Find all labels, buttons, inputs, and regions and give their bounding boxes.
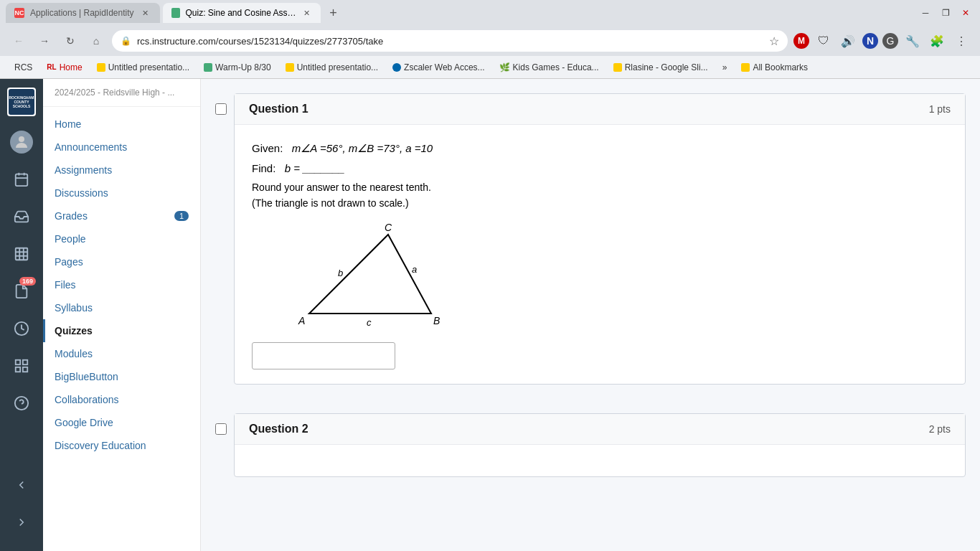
- reload-button[interactable]: ↻: [60, 31, 80, 51]
- rail-badge-item[interactable]: 169: [4, 274, 39, 309]
- browser-toolbar: M 🛡 🔊 N G 🔧 🧩 ⋮: [793, 31, 971, 51]
- bookmark-untitled1[interactable]: Untitled presentatio...: [91, 60, 195, 75]
- course-year-label: 2024/2025 - Reidsville High - ...: [55, 88, 174, 98]
- sidebar-label-bigbluebutton: BigBlueButton: [55, 371, 118, 382]
- tab2-close[interactable]: ✕: [302, 7, 312, 19]
- sidebar-label-modules: Modules: [55, 348, 93, 359]
- bookmark-all[interactable]: All Bookmarks: [735, 60, 814, 75]
- close-button[interactable]: ✕: [957, 4, 974, 22]
- rail-help[interactable]: [4, 386, 39, 420]
- school-logo[interactable]: ROCKINGHAM COUNTY SCHOOLS: [4, 85, 39, 119]
- course-header: 2024/2025 - Reidsville High - ...: [43, 79, 200, 107]
- q1-checkbox[interactable]: [215, 103, 227, 115]
- sidebar-item-syllabus[interactable]: Syllabus: [43, 296, 200, 319]
- sidebar-label-announcements: Announcements: [55, 141, 127, 153]
- sidebar-label-collaborations: Collaborations: [55, 394, 119, 405]
- sidebar-item-announcements[interactable]: Announcements: [43, 136, 200, 159]
- avatar-icon: [10, 131, 33, 154]
- rail-collapse[interactable]: [4, 468, 39, 502]
- sidebar-item-collaborations[interactable]: Collaborations: [43, 388, 200, 411]
- bookmark-rcs-label: RCS: [14, 62, 32, 72]
- bookmark-zscaler-label: Zscaler Web Acces...: [404, 62, 484, 72]
- tab-quiz[interactable]: Quiz: Sine and Cosine Assessm... ✕: [163, 3, 321, 23]
- tab2-label: Quiz: Sine and Cosine Assessm...: [186, 8, 296, 18]
- svg-rect-5: [16, 174, 28, 186]
- svg-point-4: [19, 136, 24, 142]
- sidebar-item-grades[interactable]: Grades 1: [43, 204, 200, 227]
- sidebar-label-home: Home: [55, 118, 81, 130]
- bookmark-zscaler[interactable]: Zscaler Web Acces...: [387, 60, 490, 75]
- sidebar-item-files[interactable]: Files: [43, 273, 200, 296]
- app-container: ROCKINGHAM COUNTY SCHOOLS: [0, 79, 980, 551]
- rail-grades[interactable]: [4, 237, 39, 271]
- bookmark-untitled1-label: Untitled presentatio...: [108, 62, 189, 72]
- bookmark-warmup[interactable]: Warm-Up 8/30: [198, 60, 277, 75]
- back-button[interactable]: ←: [9, 31, 29, 51]
- bookmark-rl-label: Home: [60, 62, 83, 72]
- maximize-button[interactable]: ❐: [937, 4, 954, 22]
- minimize-button[interactable]: ─: [917, 4, 934, 22]
- triangle-diagram: C A B b a c: [295, 220, 948, 331]
- bookmark-rlasine-label: Rlasine - Google Sli...: [625, 62, 708, 72]
- sidebar-item-assignments[interactable]: Assignments: [43, 159, 200, 182]
- bookmarks-more[interactable]: »: [717, 60, 733, 75]
- tab1-close[interactable]: ✕: [140, 7, 151, 19]
- bookmark-kidsgames[interactable]: 🌿 Kids Games - Educa...: [494, 60, 605, 75]
- q2-checkbox[interactable]: [215, 423, 227, 435]
- sidebar-item-discussions[interactable]: Discussions: [43, 182, 200, 204]
- bookmark-untitled2[interactable]: Untitled presentatio...: [280, 60, 384, 75]
- extensions-icon[interactable]: M: [793, 33, 809, 49]
- user-avatar-rail[interactable]: [4, 125, 39, 159]
- ninja-icon[interactable]: N: [862, 33, 878, 49]
- extension2-icon[interactable]: 🔧: [903, 31, 923, 51]
- rail-analytics[interactable]: [4, 349, 39, 383]
- rail-expand[interactable]: [4, 505, 39, 540]
- sidebar-label-syllabus: Syllabus: [55, 302, 93, 314]
- bookmark-star-icon[interactable]: ☆: [769, 34, 779, 48]
- q2-checkbox-wrap: [215, 413, 227, 438]
- rail-inbox[interactable]: [4, 199, 39, 234]
- side-b-label: b: [338, 268, 343, 278]
- q1-find-math: b = _______: [285, 162, 345, 174]
- shield-icon[interactable]: 🛡: [814, 31, 834, 51]
- bookmark-rl-home[interactable]: RL Home: [41, 60, 88, 75]
- sidebar-item-quizzes[interactable]: Quizzes: [43, 319, 200, 342]
- bookmark-rlasine[interactable]: Rlasine - Google Sli...: [608, 60, 714, 75]
- vertex-c: C: [385, 222, 392, 233]
- side-c-label: c: [367, 317, 372, 328]
- side-a-label: a: [412, 264, 417, 275]
- bookmark-untitled2-label: Untitled presentatio...: [297, 62, 378, 72]
- sidebar-label-pages: Pages: [55, 256, 83, 268]
- q1-body: Given: m∠A =56°, m∠B =73°, a =10 Find: b…: [235, 125, 965, 384]
- menu-icon[interactable]: ⋮: [951, 31, 971, 51]
- sidebar-item-pages[interactable]: Pages: [43, 250, 200, 273]
- bookmarks-bar: RCS RL Home Untitled presentatio... Warm…: [0, 56, 980, 79]
- sidebar-item-modules[interactable]: Modules: [43, 342, 200, 365]
- bookmark-rcs[interactable]: RCS: [9, 60, 38, 75]
- forward-button[interactable]: →: [34, 31, 55, 51]
- bookmark-warmup-label: Warm-Up 8/30: [215, 62, 271, 72]
- tab1-label: Applications | RapidIdentity: [30, 8, 134, 18]
- sidebar-item-bigbluebutton[interactable]: BigBlueButton: [43, 365, 200, 388]
- sidebar-label-discussions: Discussions: [55, 187, 108, 199]
- q2-body: [235, 445, 965, 476]
- sidebar-item-google-drive[interactable]: Google Drive: [43, 411, 200, 434]
- sidebar-item-home[interactable]: Home: [43, 113, 200, 136]
- home-button[interactable]: ⌂: [86, 31, 106, 51]
- sidebar-item-people[interactable]: People: [43, 227, 200, 250]
- q1-find-label: Find:: [252, 162, 282, 174]
- grades-badge: 1: [174, 211, 189, 221]
- sidebar-item-discovery-education[interactable]: Discovery Education: [43, 434, 200, 457]
- tab-rapididentity[interactable]: NC Applications | RapidIdentity ✕: [6, 3, 160, 23]
- svg-rect-9: [16, 248, 28, 260]
- volume-icon[interactable]: 🔊: [838, 31, 858, 51]
- url-text: rcs.instructure.com/courses/1523134/quiz…: [137, 36, 763, 47]
- profile-icon[interactable]: G: [882, 33, 898, 49]
- q1-answer-input[interactable]: [252, 342, 395, 369]
- url-bar[interactable]: 🔒 rcs.instructure.com/courses/1523134/qu…: [112, 30, 788, 52]
- rail-recent[interactable]: [4, 311, 39, 346]
- rail-calendar[interactable]: [4, 162, 39, 197]
- course-sidebar: 2024/2025 - Reidsville High - ... Home A…: [43, 79, 201, 551]
- puzzle-icon[interactable]: 🧩: [927, 31, 947, 51]
- new-tab-button[interactable]: +: [324, 3, 344, 23]
